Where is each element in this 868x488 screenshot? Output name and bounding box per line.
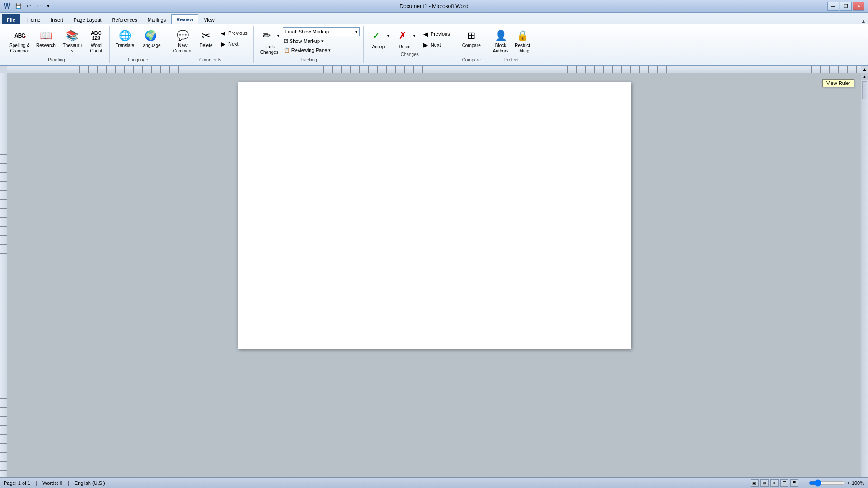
- reviewing-pane-arrow: ▾: [328, 48, 331, 52]
- compare-icon: ⊞: [464, 28, 479, 43]
- compare-group-label: Compare: [460, 56, 483, 62]
- tab-home[interactable]: Home: [22, 14, 45, 24]
- reject-wrapper: ✗ ▾ Reject: [394, 27, 417, 49]
- zoom-level[interactable]: 100%: [852, 480, 864, 486]
- next-comment-button[interactable]: ▶ Next: [217, 39, 250, 49]
- outline-view-button[interactable]: ☰: [780, 479, 788, 487]
- redo-button[interactable]: ↩: [34, 2, 43, 11]
- word-count-button[interactable]: ABC 123 WordCount: [87, 27, 106, 55]
- delete-button[interactable]: ✂ Delete: [197, 27, 216, 50]
- previous-change-button[interactable]: ◀ Previous: [420, 29, 452, 39]
- markup-dropdown[interactable]: Final: Show Markup ▾: [283, 27, 360, 36]
- tracking-controls: Final: Show Markup ▾ ☑ Show Markup ▾ 📋 R…: [283, 27, 360, 55]
- accept-dropdown[interactable]: ▾: [385, 28, 391, 44]
- compare-button[interactable]: ⊞ Compare: [460, 27, 483, 50]
- tab-file[interactable]: File: [2, 14, 20, 24]
- comments-group: 💬 NewComment ✂ Delete ◀ Previous ▶: [167, 26, 254, 63]
- tab-review[interactable]: Review: [171, 14, 198, 24]
- word-app-icon: W: [4, 2, 10, 10]
- spelling-icon: ABC ✓: [13, 28, 27, 43]
- new-comment-label: NewComment: [173, 43, 192, 54]
- word-count-indicator[interactable]: Words: 0: [42, 480, 62, 486]
- translate-label: Translate: [116, 43, 134, 48]
- draft-view-button[interactable]: ≣: [790, 479, 798, 487]
- thesaurus-button[interactable]: 📚 Thesaurus: [60, 27, 85, 55]
- full-screen-button[interactable]: ⊞: [760, 479, 769, 487]
- proofing-group-items: ABC ✓ Spelling &Grammar 📖 Research 📚 The…: [7, 27, 106, 55]
- track-changes-button[interactable]: ✏: [258, 27, 276, 44]
- view-controls: ▣ ⊞ ≡ ☰ ≣ ─ + 100%: [751, 479, 864, 487]
- new-comment-button[interactable]: 💬 NewComment: [171, 27, 195, 55]
- block-authors-button[interactable]: 👤 BlockAuthors: [491, 27, 511, 55]
- status-bar: Page: 1 of 1 | Words: 0 | English (U.S.)…: [0, 477, 868, 488]
- proofing-group-label: Proofing: [7, 56, 106, 62]
- accept-button[interactable]: ✓: [367, 27, 385, 44]
- markup-dropdown-text: Final: Show Markup: [285, 29, 355, 34]
- show-markup-label: Show Markup: [290, 38, 320, 44]
- scroll-track: [861, 80, 868, 481]
- close-button[interactable]: ✕: [853, 2, 864, 11]
- previous-comment-button[interactable]: ◀ Previous: [217, 28, 250, 38]
- reject-dropdown[interactable]: ▾: [412, 28, 417, 44]
- document-row: ▲ ▼: [0, 73, 868, 488]
- web-layout-button[interactable]: ≡: [770, 479, 779, 487]
- changes-group-items: ✓ ▾ Accept ✗ ▾ Reject: [367, 27, 452, 50]
- spelling-grammar-button[interactable]: ABC ✓ Spelling &Grammar: [7, 27, 32, 55]
- tracking-group-items: ✏ ▾ TrackChanges Final: Show Markup ▾: [258, 27, 360, 55]
- quick-access-dropdown[interactable]: ▾: [44, 2, 53, 11]
- restrict-editing-button[interactable]: 🔒 RestrictEditing: [512, 27, 532, 55]
- ribbon-content: ABC ✓ Spelling &Grammar 📖 Research 📚 The…: [0, 24, 868, 65]
- scroll-up-button[interactable]: ▲: [861, 73, 868, 80]
- track-changes-dropdown[interactable]: ▾: [276, 28, 281, 44]
- print-layout-button[interactable]: ▣: [751, 479, 759, 487]
- ribbon: File Home Insert Page Layout References …: [0, 13, 868, 66]
- accept-icon: ✓: [369, 28, 384, 43]
- next-change-label: Next: [431, 42, 441, 47]
- tab-view[interactable]: View: [199, 14, 220, 24]
- window-title: Document1 - Microsoft Word: [399, 3, 469, 9]
- ruler-corner: [0, 66, 7, 73]
- language-indicator[interactable]: English (U.S.): [75, 480, 105, 486]
- tab-references[interactable]: References: [107, 14, 142, 24]
- minimize-button[interactable]: ─: [827, 2, 839, 11]
- show-markup-arrow: ▾: [321, 39, 324, 43]
- previous-change-label: Previous: [431, 31, 450, 37]
- ribbon-collapse-button[interactable]: ▲: [861, 18, 866, 24]
- next-comment-label: Next: [228, 41, 239, 47]
- reviewing-pane-button[interactable]: 📋 Reviewing Pane ▾: [283, 46, 360, 54]
- next-change-button[interactable]: ▶ Next: [420, 40, 452, 50]
- protect-group-label: Protect: [491, 56, 532, 62]
- title-bar-left: W 💾 ↩ ↩ ▾: [4, 2, 53, 11]
- undo-button[interactable]: ↩: [24, 2, 33, 11]
- tab-mailings[interactable]: Mailings: [143, 14, 171, 24]
- reject-label: Reject: [399, 44, 412, 49]
- previous-change-icon: ◀: [422, 30, 429, 38]
- proofing-group: ABC ✓ Spelling &Grammar 📖 Research 📚 The…: [4, 26, 110, 63]
- word-count-icon: ABC 123: [89, 28, 103, 43]
- block-authors-icon: 👤: [493, 28, 508, 43]
- restore-button[interactable]: ❐: [840, 2, 852, 11]
- zoom-slider[interactable]: [809, 481, 845, 485]
- reviewing-pane-icon: 📋: [284, 47, 290, 53]
- show-markup-button[interactable]: ☑ Show Markup ▾: [283, 37, 360, 45]
- vertical-ruler: [0, 73, 7, 488]
- zoom-plus: +: [847, 480, 849, 486]
- translate-button[interactable]: 🌐 Translate: [113, 27, 136, 50]
- scroll-thumb[interactable]: [862, 81, 867, 99]
- research-button[interactable]: 📖 Research: [34, 27, 58, 50]
- save-button[interactable]: 💾: [14, 2, 23, 11]
- document-page[interactable]: [238, 82, 631, 349]
- tab-pagelayout[interactable]: Page Layout: [69, 14, 107, 24]
- page-indicator[interactable]: Page: 1 of 1: [4, 480, 30, 486]
- delete-label: Delete: [200, 43, 213, 48]
- separator2: |: [68, 480, 69, 486]
- document-area[interactable]: [7, 73, 861, 488]
- language-button[interactable]: 🌍 Language: [138, 27, 163, 50]
- vertical-scrollbar[interactable]: ▲ ▼: [861, 73, 868, 488]
- protect-group-items: 👤 BlockAuthors 🔒 RestrictEditing: [491, 27, 532, 55]
- tab-insert[interactable]: Insert: [46, 14, 68, 24]
- view-ruler-button[interactable]: ▲: [861, 66, 868, 73]
- reviewing-pane-label: Reviewing Pane: [291, 47, 328, 53]
- reject-button[interactable]: ✗: [394, 27, 412, 44]
- horizontal-ruler: [7, 66, 861, 73]
